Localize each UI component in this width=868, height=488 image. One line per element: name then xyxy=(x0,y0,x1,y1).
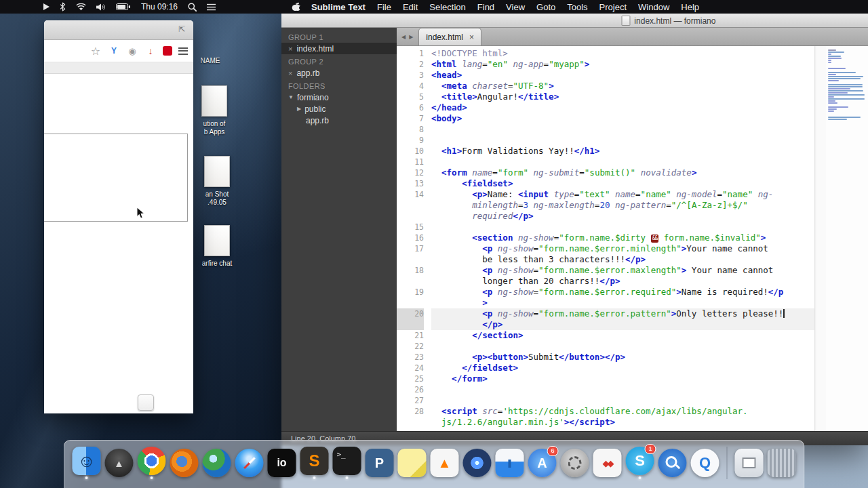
spotlight-icon[interactable] xyxy=(188,3,197,12)
document-proxy-icon[interactable] xyxy=(621,16,630,26)
dock-archive-utility-icon[interactable] xyxy=(735,449,764,477)
adblock-icon[interactable] xyxy=(163,46,172,56)
dock-skype-icon[interactable]: 1 xyxy=(626,447,654,479)
dock-io-app-icon[interactable] xyxy=(268,449,296,477)
archive-utility-app-icon[interactable] xyxy=(735,449,764,477)
dock-red-diamond-app-icon[interactable] xyxy=(593,449,622,477)
menu-help[interactable]: Help xyxy=(681,2,699,12)
download-icon[interactable] xyxy=(144,45,157,57)
code-line: </section> xyxy=(431,330,814,341)
red-diamond-app-app-icon[interactable] xyxy=(593,449,622,477)
sidebar-item-public[interactable]: ▶public xyxy=(281,103,397,115)
menu-window[interactable]: Window xyxy=(638,2,669,12)
dock-sublime-text-icon[interactable] xyxy=(300,447,329,479)
line-number: 18 xyxy=(397,265,424,276)
dock-quicktime-icon[interactable] xyxy=(691,449,719,477)
dock-vlc-icon[interactable] xyxy=(431,449,459,477)
share-icon[interactable] xyxy=(108,45,120,57)
apple-menu-icon[interactable] xyxy=(292,1,301,12)
shield-icon[interactable] xyxy=(126,45,138,57)
io-app-app-icon[interactable] xyxy=(268,449,296,477)
tab-scroll-arrows[interactable]: ◀▶ xyxy=(397,28,418,45)
launchpad-app-icon[interactable] xyxy=(105,449,134,477)
menu-tools[interactable]: Tools xyxy=(567,2,587,12)
code-editor[interactable]: 1234567891011121314151617181920212223242… xyxy=(397,46,868,431)
battery-icon[interactable] xyxy=(116,3,131,10)
menu-view[interactable]: View xyxy=(506,2,525,12)
dock-keynote-icon[interactable] xyxy=(496,449,524,477)
vlc-app-icon[interactable] xyxy=(431,449,459,477)
system-preferences-app-icon[interactable] xyxy=(561,449,589,477)
finder-app-icon[interactable] xyxy=(73,447,101,475)
floating-button[interactable] xyxy=(138,394,154,411)
play-icon[interactable] xyxy=(43,3,50,10)
browser-titlebar[interactable] xyxy=(44,20,193,40)
photo-booth-app-icon[interactable] xyxy=(463,449,492,477)
menu-goto[interactable]: Goto xyxy=(536,2,555,12)
dock-search-app-icon[interactable] xyxy=(658,449,687,477)
menu-find[interactable]: Find xyxy=(477,2,494,12)
desktop-icon[interactable]: arfire chat xyxy=(195,225,239,268)
menu-file[interactable]: File xyxy=(377,2,391,12)
expand-icon[interactable] xyxy=(177,24,186,34)
stickies-app-icon[interactable] xyxy=(398,449,427,477)
dock-chrome-icon[interactable] xyxy=(138,447,166,479)
desktop-icon[interactable]: an Shot.49.05 xyxy=(195,156,239,207)
dock-system-preferences-icon[interactable] xyxy=(561,449,589,477)
list-icon[interactable] xyxy=(207,3,216,11)
wifi-icon[interactable] xyxy=(76,3,86,11)
dock-photo-booth-icon[interactable] xyxy=(463,449,492,477)
firefox-app-icon[interactable] xyxy=(170,449,199,477)
active-app-name[interactable]: Sublime Text xyxy=(311,2,366,12)
dock-terminal-icon[interactable] xyxy=(333,447,361,479)
search-app-app-icon[interactable] xyxy=(658,449,687,477)
tab-scroll-left-icon[interactable]: ◀ xyxy=(401,34,406,40)
close-file-icon[interactable]: × xyxy=(288,69,292,77)
tab-scroll-right-icon[interactable]: ▶ xyxy=(409,34,413,40)
dock-trash-icon[interactable] xyxy=(768,449,796,477)
bluetooth-icon[interactable] xyxy=(60,2,66,12)
menu-project[interactable]: Project xyxy=(599,2,627,12)
safari-app-icon[interactable] xyxy=(235,449,264,477)
code-area[interactable]: <!DOCTYPE html><html lang="en" ng-app="m… xyxy=(429,46,814,431)
sidebar-item-index-html[interactable]: ×index.html xyxy=(281,43,397,54)
dock-finder-icon[interactable] xyxy=(73,447,101,479)
desktop-icon[interactable]: NAME xyxy=(189,57,232,65)
close-tab-icon[interactable] xyxy=(469,33,474,42)
trash-app-icon[interactable] xyxy=(768,449,796,477)
minimap[interactable] xyxy=(826,46,868,431)
desktop-icon[interactable]: ution ofb Apps xyxy=(193,85,236,136)
menu-icon[interactable] xyxy=(178,47,188,55)
folder-open-icon[interactable]: ▼ xyxy=(288,94,294,100)
dock-launchpad-icon[interactable] xyxy=(105,449,134,477)
close-file-icon[interactable]: × xyxy=(288,45,292,53)
postgres-app-icon[interactable] xyxy=(366,449,394,477)
star-icon[interactable] xyxy=(90,45,102,57)
clock[interactable]: Thu 09:16 xyxy=(141,2,178,12)
folder-closed-icon[interactable]: ▶ xyxy=(297,106,301,112)
sublime-titlebar[interactable]: index.html — formiano xyxy=(281,14,868,28)
sidebar-item-app-rb[interactable]: app.rb xyxy=(281,115,397,126)
chrome-app-icon[interactable] xyxy=(138,447,166,475)
terminal-app-icon[interactable] xyxy=(333,447,361,475)
dock-stickies-icon[interactable] xyxy=(398,449,427,477)
quicktime-app-icon[interactable] xyxy=(691,449,719,477)
text-input-box[interactable] xyxy=(44,134,188,222)
earth-browser-app-icon[interactable] xyxy=(203,449,231,477)
sublime-text-app-icon[interactable] xyxy=(300,447,329,475)
dock-postgres-icon[interactable] xyxy=(366,449,394,477)
sidebar-item-app-rb[interactable]: ×app.rb xyxy=(281,67,397,79)
dock-firefox-icon[interactable] xyxy=(170,449,199,477)
menu-edit[interactable]: Edit xyxy=(403,2,418,12)
dock-app-store-icon[interactable]: 6 xyxy=(528,449,557,477)
dock-safari-icon[interactable] xyxy=(235,449,264,477)
tab-index-html[interactable]: index.html xyxy=(418,28,481,45)
editor-scrollbar[interactable] xyxy=(814,46,826,431)
volume-icon[interactable] xyxy=(96,3,106,11)
browser-bookmarks-bar[interactable] xyxy=(44,62,193,74)
sidebar-item-label: public xyxy=(304,104,326,114)
menu-selection[interactable]: Selection xyxy=(429,2,465,12)
dock-earth-browser-icon[interactable] xyxy=(203,449,231,477)
keynote-app-icon[interactable] xyxy=(496,449,524,477)
sidebar-item-formiano[interactable]: ▼formiano xyxy=(281,92,397,103)
